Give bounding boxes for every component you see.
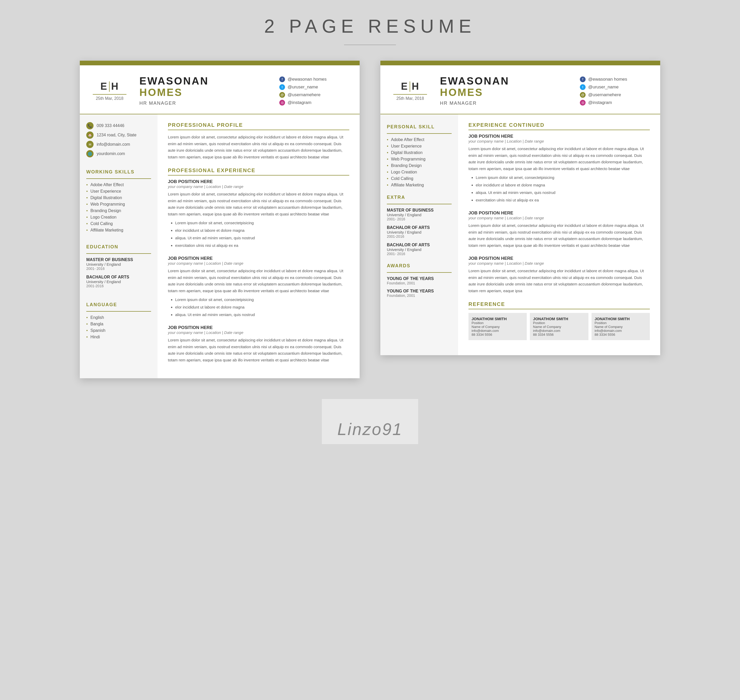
edu-1: MASTER OF BUSINESS University / England … (86, 257, 151, 271)
logo-date-2: 25th Mar, 2018 (393, 96, 427, 101)
job-1-bullet-4: exercitation ulnis nisi ut aliquip ex ea (175, 243, 349, 249)
contact-at-text: @usernamehere (288, 92, 320, 97)
resume-header-2: E H 25th Mar, 2018 EWASONAN HOMES HR MAN… (380, 65, 660, 114)
ref-2-phone: 88 3334 5556 (533, 332, 585, 337)
logo-initials-2: E H (393, 81, 427, 92)
lang-divider (86, 311, 151, 312)
p2-job-3-title: JOB POSITION HERE (468, 256, 650, 261)
language-list: English Bangla Spanish Hindi (86, 315, 151, 340)
resume-body-1: 📞 009 333 44446 🏠 1234 road, City, State… (80, 114, 360, 378)
award-2-detail: Foundation, 2001 (387, 294, 452, 298)
extra-3-year: 2001- 2016 (387, 252, 452, 256)
p2-skill-6: Logo Creation (387, 170, 452, 175)
main-content-2: EXPERIENCE Continued JOB POSITION HERE y… (458, 114, 660, 355)
reference-grid: JONATHOM SMITH Position Name of Company … (468, 313, 650, 340)
logo-underline (93, 94, 126, 95)
exp-continued-title: EXPERIENCE Continued (468, 122, 650, 128)
p2-extra-divider (387, 204, 452, 204)
contact-tw-text-2: @uruser_name (588, 85, 618, 90)
header-firstname-2: HOMES (440, 86, 572, 99)
tw-icon: t (279, 84, 285, 90)
fb-icon: f (279, 76, 285, 82)
job-3-title: JOB POSITION HERE (168, 325, 349, 330)
contact-ig-2: ◎ @instagram (580, 100, 647, 106)
p2-job-3-desc: Lorem ipsum dolor sit amet, consectetur … (468, 268, 650, 294)
job-2-title: JOB POSITION HERE (168, 256, 349, 261)
job-3-company: your company name | Location | Date rang… (168, 330, 349, 335)
edu-2-year: 2001-2016 (86, 284, 151, 288)
ref-2-email: info@domain.com (533, 329, 585, 332)
extra-2: BACHALOR OF ARTS University / England 20… (387, 225, 452, 238)
exp-divider (168, 175, 349, 175)
award-1-detail: Foundation, 2001 (387, 281, 452, 285)
tw-icon-2: t (580, 84, 586, 90)
edu-1-degree: MASTER OF BUSINESS (86, 257, 151, 262)
ref-1-position: Position (471, 321, 524, 325)
at-icon-2: @ (580, 92, 586, 98)
logo-divider-2 (410, 81, 410, 92)
job-1-company: your company name | Location | Date rang… (168, 184, 349, 189)
ref-1-name: JONATHOM SMITH (471, 316, 524, 321)
skill-4: Web Programming (86, 202, 151, 207)
working-skills-section: WORKING SKILLS Adobe After Effect User E… (86, 167, 151, 234)
profile-title: PROFESSIONAL PROFILE (168, 122, 349, 128)
p2-job-1-company: your company name | Location | Date rang… (468, 139, 650, 143)
lang-4: Hindi (86, 335, 151, 340)
extra-2-school: University / England (387, 230, 452, 234)
contact-ig: ◎ @instagram (279, 100, 347, 106)
exp-cont-divider (468, 129, 650, 130)
phone-text: 009 333 44446 (97, 124, 124, 128)
education-section: EDUCATION MASTER OF BUSINESS University … (86, 242, 151, 292)
fb-icon-2: f (580, 76, 586, 82)
contact-at-text-2: @usernamehere (588, 92, 621, 97)
header-job-title-1: HR MANAGER (139, 101, 272, 106)
experience-section: PROFESSIONAL EXPERIENCE JOB POSITION HER… (168, 168, 349, 363)
p2-job-1-title: JOB POSITION HERE (468, 134, 650, 139)
ref-1-email: info@domain.com (471, 329, 524, 332)
job-2-bullets: Lorem ipsum dolor sit amet, consectetpis… (168, 297, 349, 318)
contact-tw-text: @uruser_name (288, 85, 318, 90)
ref-3-phone: 88 3334 5556 (595, 332, 647, 337)
header-contact-2: f @ewasonan homes t @uruser_name @ @user… (580, 76, 647, 106)
header-firstname-1: HOMES (139, 86, 272, 99)
ref-3-position: Position (595, 321, 647, 325)
extra-1: MASTER OF BUSINESS University / England … (387, 208, 452, 221)
job-2-desc: Lorem ipsum dolor sit amet, consectetur … (168, 268, 349, 294)
job-2-bullet-3: aliqua. Ut enim ad minim veniam, quis no… (175, 312, 349, 318)
header-contact-1: f @ewasonan homes t @uruser_name @ @user… (279, 76, 347, 106)
p2-job-3: JOB POSITION HERE your company name | Lo… (468, 256, 650, 294)
title-divider (344, 45, 396, 45)
resume-body-2: PERSONAL SKILL Adobe After Effect User E… (380, 114, 660, 355)
skill-3: Digital Illustration (86, 196, 151, 200)
p2-job-2-title: JOB POSITION HERE (468, 210, 650, 216)
p2-skill-1: Adobe After Effect (387, 137, 452, 142)
job-1-bullet-3: aliqua. Ut enim ad minim veniam, quis no… (175, 235, 349, 241)
ref-1-phone: 88 3334 5556 (471, 332, 524, 337)
address-icon: 🏠 (86, 131, 94, 139)
job-3: JOB POSITION HERE your company name | Lo… (168, 325, 349, 363)
skill-2: User Experience (86, 189, 151, 194)
edu-2-degree: BACHALOR OF ARTS (86, 275, 151, 279)
extra-3-degree: BACHALOR OF ARTS (387, 243, 452, 247)
edu-2: BACHALOR OF ARTS University / England 20… (86, 275, 151, 288)
edu-2-school: University / England (86, 279, 151, 284)
ref-divider (468, 309, 650, 309)
p2-skill-title: PERSONAL SKILL (387, 124, 452, 129)
extra-1-school: University / England (387, 213, 452, 217)
skill-7: Cold Calling (86, 221, 151, 226)
resume-page-2: E H 25th Mar, 2018 EWASONAN HOMES HR MAN… (380, 61, 660, 355)
extra-2-degree: BACHALOR OF ARTS (387, 225, 452, 230)
p2-job-2: JOB POSITION HERE your company name | Lo… (468, 210, 650, 249)
edu-1-school: University / England (86, 262, 151, 266)
contact-fb-text-2: @ewasonan homes (588, 77, 627, 82)
skills-divider (86, 178, 151, 179)
experience-title: PROFESSIONAL EXPERIENCE (168, 168, 349, 174)
p2-awards-title: AWARDS (387, 263, 452, 269)
email-text: info@domain.com (97, 142, 130, 147)
p2-personal-skill: PERSONAL SKILL Adobe After Effect User E… (387, 124, 452, 187)
sidebar-1: 📞 009 333 44446 🏠 1234 road, City, State… (80, 114, 157, 378)
job-2-bullet-1: Lorem ipsum dolor sit amet, consectetpis… (175, 297, 349, 303)
p2-job-1-bullets: Lorem ipsum dolor sit amet, consectetpis… (468, 175, 650, 203)
working-skills-title: WORKING SKILLS (86, 169, 151, 175)
website-text: yourdomin.com (97, 151, 125, 156)
